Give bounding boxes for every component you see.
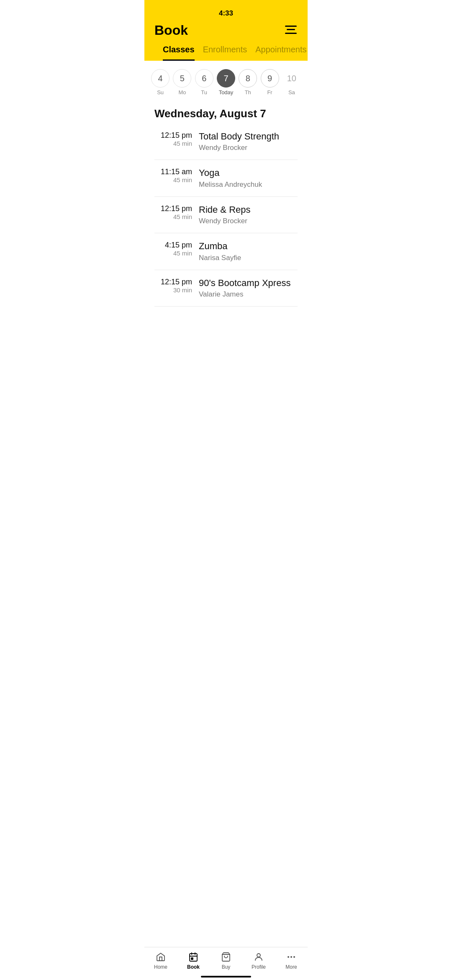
class-list: 12:15 pm 45 min Total Body Strength Wend… — [144, 124, 308, 307]
tab-classes[interactable]: Classes — [163, 45, 195, 61]
class-time-main-4: 4:15 pm — [154, 241, 192, 250]
day-item-fr[interactable]: 9 Fr — [260, 69, 280, 95]
class-name-3: Ride & Reps — [199, 204, 298, 215]
class-time-5: 12:15 pm 30 min — [154, 278, 192, 294]
class-info-1: Total Body Strength Wendy Brocker — [199, 131, 298, 152]
class-time-main-2: 11:15 am — [154, 168, 192, 176]
day-number-5: 5 — [173, 69, 191, 88]
class-time-main-5: 12:15 pm — [154, 278, 192, 286]
class-time-3: 12:15 pm 45 min — [154, 204, 192, 220]
class-duration-3: 45 min — [154, 213, 192, 220]
day-number-7: 7 — [217, 69, 235, 88]
status-bar: 4:33 — [154, 7, 298, 21]
class-info-4: Zumba Narisa Sayfie — [199, 241, 298, 262]
class-duration-2: 45 min — [154, 176, 192, 183]
day-item-mo[interactable]: 5 Mo — [172, 69, 192, 95]
tab-appointments[interactable]: Appointments — [255, 45, 306, 61]
day-item-tu[interactable]: 6 Tu — [194, 69, 214, 95]
class-duration-1: 45 min — [154, 140, 192, 147]
day-item-su[interactable]: 4 Su — [150, 69, 170, 95]
class-info-2: Yoga Melissa Andreychuk — [199, 168, 298, 188]
class-instructor-3: Wendy Brocker — [199, 217, 298, 225]
day-item-sa[interactable]: 10 Sa — [282, 69, 302, 95]
class-time-1: 12:15 pm 45 min — [154, 131, 192, 147]
class-info-5: 90's Bootcamp Xpress Valarie James — [199, 278, 298, 299]
class-duration-5: 30 min — [154, 286, 192, 294]
day-label-sa: Sa — [288, 89, 295, 95]
tab-enrollments[interactable]: Enrollments — [203, 45, 247, 61]
class-time-main-3: 12:15 pm — [154, 204, 192, 213]
day-picker: 4 Su 5 Mo 6 Tu 7 Today 8 Th 9 Fr 10 Sa — [144, 61, 308, 101]
day-label-mo: Mo — [178, 89, 186, 95]
class-time-4: 4:15 pm 45 min — [154, 241, 192, 257]
day-label-su: Su — [157, 89, 164, 95]
page-title: Book — [154, 23, 188, 38]
class-name-1: Total Body Strength — [199, 131, 298, 142]
class-duration-4: 45 min — [154, 250, 192, 257]
class-name-4: Zumba — [199, 241, 298, 252]
class-item-3[interactable]: 12:15 pm 45 min Ride & Reps Wendy Brocke… — [154, 197, 298, 233]
class-name-5: 90's Bootcamp Xpress — [199, 278, 298, 289]
main-content: 4 Su 5 Mo 6 Tu 7 Today 8 Th 9 Fr 10 Sa W… — [144, 61, 308, 348]
day-label-fr: Fr — [267, 89, 272, 95]
tab-bar: Classes Enrollments Appointments — [154, 45, 298, 61]
class-instructor-1: Wendy Brocker — [199, 144, 298, 152]
filter-button[interactable] — [285, 26, 298, 36]
day-number-6: 6 — [195, 69, 213, 88]
class-item-4[interactable]: 4:15 pm 45 min Zumba Narisa Sayfie — [154, 233, 298, 270]
class-item-5[interactable]: 12:15 pm 30 min 90's Bootcamp Xpress Val… — [154, 270, 298, 307]
header: 4:33 Book Classes Enrollments Appointmen… — [144, 0, 308, 61]
day-label-th: Th — [245, 89, 251, 95]
day-label-today: Today — [219, 89, 234, 95]
class-item-1[interactable]: 12:15 pm 45 min Total Body Strength Wend… — [154, 124, 298, 160]
class-info-3: Ride & Reps Wendy Brocker — [199, 204, 298, 225]
day-label-tu: Tu — [201, 89, 207, 95]
day-item-today[interactable]: 7 Today — [216, 69, 236, 95]
class-time-main-1: 12:15 pm — [154, 131, 192, 140]
class-instructor-5: Valarie James — [199, 290, 298, 299]
class-name-2: Yoga — [199, 168, 298, 178]
status-time: 4:33 — [219, 9, 233, 18]
class-instructor-2: Melissa Andreychuk — [199, 181, 298, 189]
filter-icon — [285, 26, 298, 34]
day-number-10: 10 — [282, 69, 301, 88]
class-time-2: 11:15 am 45 min — [154, 168, 192, 183]
class-instructor-4: Narisa Sayfie — [199, 254, 298, 262]
day-item-th[interactable]: 8 Th — [238, 69, 258, 95]
header-row: Book — [154, 21, 298, 45]
day-number-4: 4 — [151, 69, 170, 88]
day-number-9: 9 — [261, 69, 279, 88]
date-heading: Wednesday, August 7 — [144, 101, 308, 124]
day-number-8: 8 — [239, 69, 257, 88]
class-item-2[interactable]: 11:15 am 45 min Yoga Melissa Andreychuk — [154, 160, 298, 196]
